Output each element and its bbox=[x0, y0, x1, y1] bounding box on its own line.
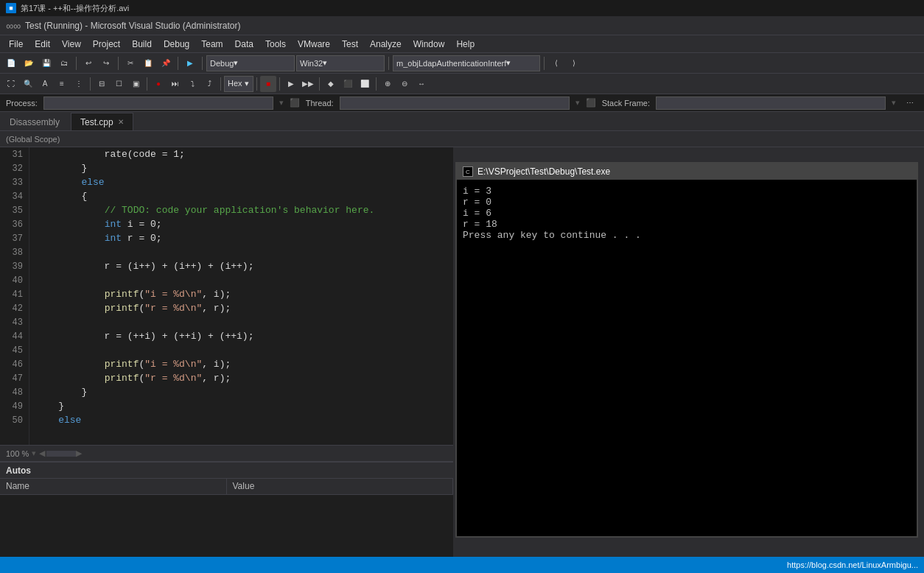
code-line-42: printf("r = %d\n", r); bbox=[35, 301, 447, 315]
sep2 bbox=[118, 57, 119, 70]
save-btn[interactable]: 💾 bbox=[38, 55, 55, 71]
menu-bar: File Edit View Project Build Debug Team … bbox=[0, 35, 924, 53]
tabs-bar: Disassembly Test.cpp ✕ bbox=[0, 112, 924, 131]
code-line-32: } bbox=[35, 161, 447, 175]
menu-window[interactable]: Window bbox=[407, 38, 451, 51]
tb2-breakpt[interactable]: ● bbox=[150, 76, 167, 92]
app-title-text: Test (Running) - Microsoft Visual Studio… bbox=[25, 21, 241, 31]
code-line-44: r = (++i) + (++i) + (++i); bbox=[35, 329, 447, 343]
tb2-misc6[interactable]: ↔ bbox=[413, 76, 430, 92]
menu-build[interactable]: Build bbox=[126, 38, 158, 51]
menu-test[interactable]: Test bbox=[336, 38, 364, 51]
copy-btn[interactable]: 📋 bbox=[140, 55, 156, 71]
console-window[interactable]: C E:\VSProject\Test\Debug\Test.exe i = 3… bbox=[455, 162, 918, 538]
save-all-btn[interactable]: 🗂 bbox=[56, 55, 72, 71]
tab-testcpp[interactable]: Test.cpp ✕ bbox=[71, 113, 133, 130]
process-input[interactable] bbox=[43, 96, 273, 110]
tb2-btn5[interactable]: ⋮ bbox=[71, 76, 87, 92]
menu-vmware[interactable]: VMware bbox=[292, 38, 336, 51]
tb2-btn7[interactable]: ☐ bbox=[111, 76, 127, 92]
process-label: Process: bbox=[6, 99, 38, 108]
redo-btn[interactable]: ↪ bbox=[98, 55, 114, 71]
scope-bar: (Global Scope) bbox=[0, 131, 924, 147]
code-line-34: { bbox=[35, 189, 447, 203]
code-line-50: else bbox=[35, 413, 447, 427]
toolbar-2: ⛶ 🔍 A ≡ ⋮ ⊟ ☐ ▣ ● ⏭ ⤵ ⤴ Hex ▾ ■ ▶ ▶▶ ◆ ⬛… bbox=[0, 74, 924, 94]
tb2-misc4[interactable]: ⊕ bbox=[379, 76, 396, 92]
vs-icon: ∞∞ bbox=[6, 20, 21, 32]
toolbar-btn-b[interactable]: ⟩ bbox=[566, 55, 582, 71]
tb2-btn2[interactable]: 🔍 bbox=[20, 76, 36, 92]
tb2-btn4[interactable]: ≡ bbox=[54, 76, 70, 92]
code-line-41: printf("i = %d\n", i); bbox=[35, 287, 447, 301]
scope-text: (Global Scope) bbox=[6, 135, 60, 144]
toolbar-btn-a[interactable]: ⟨ bbox=[548, 55, 564, 71]
start-btn[interactable]: ▶ bbox=[182, 55, 198, 71]
tb2-misc5[interactable]: ⊖ bbox=[396, 76, 413, 92]
menu-tools[interactable]: Tools bbox=[259, 38, 292, 51]
editor-status: 100 % ▾ ◀ ▶ bbox=[0, 445, 453, 461]
tb2-btn6[interactable]: ⊟ bbox=[94, 76, 110, 92]
status-url: https://blog.csdn.net/LinuxArmbigu... bbox=[787, 560, 918, 569]
platform-dropdown[interactable]: Win32 ▾ bbox=[296, 55, 385, 71]
code-line-31: rate(code = 1; bbox=[35, 147, 447, 161]
tb2-color[interactable]: ■ bbox=[260, 76, 276, 92]
code-content: 31 32 33 34 35 36 37 38 39 40 41 42 43 4… bbox=[0, 147, 453, 445]
console-title-bar: C E:\VSProject\Test\Debug\Test.exe bbox=[457, 164, 917, 180]
code-line-47: printf("r = %d\n", r); bbox=[35, 371, 447, 385]
tb2-btn3[interactable]: A bbox=[37, 76, 53, 92]
line-numbers: 31 32 33 34 35 36 37 38 39 40 41 42 43 4… bbox=[0, 147, 29, 445]
open-btn[interactable]: 📂 bbox=[21, 55, 37, 71]
menu-data[interactable]: Data bbox=[229, 38, 259, 51]
tb2-step-in[interactable]: ⤵ bbox=[184, 76, 200, 92]
code-line-37: int r = 0; bbox=[35, 231, 447, 245]
zoom-level: 100 % bbox=[6, 449, 29, 458]
code-line-33: else bbox=[35, 175, 447, 189]
menu-view[interactable]: View bbox=[56, 38, 87, 51]
tab-disassembly[interactable]: Disassembly bbox=[0, 113, 69, 130]
code-line-36: int i = 0; bbox=[35, 217, 447, 231]
app-icon: ■ bbox=[6, 3, 16, 13]
menu-analyze[interactable]: Analyze bbox=[364, 38, 407, 51]
undo-btn[interactable]: ↩ bbox=[80, 55, 97, 71]
debug-extra-btn[interactable]: ⋯ bbox=[902, 95, 918, 111]
console-title-text: E:\VSProject\Test\Debug\Test.exe bbox=[477, 166, 610, 177]
config-dropdown[interactable]: Debug ▾ bbox=[206, 55, 295, 71]
autos-columns: Name Value bbox=[0, 479, 453, 495]
menu-project[interactable]: Project bbox=[87, 38, 126, 51]
paste-btn[interactable]: 📌 bbox=[158, 55, 174, 71]
tb2-btn8[interactable]: ▣ bbox=[127, 76, 144, 92]
tb2-step-over[interactable]: ⏭ bbox=[167, 76, 183, 92]
tb2-misc1[interactable]: ◆ bbox=[323, 76, 339, 92]
sep3 bbox=[178, 57, 178, 70]
tb2-btn1[interactable]: ⛶ bbox=[3, 76, 19, 92]
new-btn[interactable]: 📄 bbox=[3, 55, 19, 71]
cut-btn[interactable]: ✂ bbox=[122, 55, 139, 71]
hex-dropdown[interactable]: Hex ▾ bbox=[224, 76, 253, 92]
code-line-49: } bbox=[35, 399, 447, 413]
console-line-5: Press any key to continue . . . bbox=[463, 230, 911, 241]
tb2-misc3[interactable]: ⬜ bbox=[357, 76, 373, 92]
tb2-step-out[interactable]: ⤴ bbox=[201, 76, 217, 92]
console-line-3: i = 6 bbox=[463, 208, 911, 219]
thread-input[interactable] bbox=[340, 96, 570, 110]
stack-input[interactable] bbox=[656, 96, 886, 110]
tb2-run1[interactable]: ▶ bbox=[283, 76, 299, 92]
menu-team[interactable]: Team bbox=[195, 38, 228, 51]
code-line-48: } bbox=[35, 385, 447, 399]
menu-edit[interactable]: Edit bbox=[29, 38, 56, 51]
title-text: 第17课 - ++和--操作符分析.avi bbox=[21, 3, 129, 14]
menu-file[interactable]: File bbox=[3, 38, 29, 51]
code-editor[interactable]: 31 32 33 34 35 36 37 38 39 40 41 42 43 4… bbox=[0, 147, 453, 445]
sep1 bbox=[76, 57, 77, 70]
tb2-misc2[interactable]: ⬛ bbox=[340, 76, 356, 92]
obj-dropdown[interactable]: m_objLdapAuthenticationInterf ▾ bbox=[393, 55, 540, 71]
code-line-43 bbox=[35, 315, 447, 329]
tb2-run2[interactable]: ▶▶ bbox=[300, 76, 316, 92]
code-line-46: printf("i = %d\n", i); bbox=[35, 357, 447, 371]
menu-help[interactable]: Help bbox=[450, 38, 480, 51]
sep4 bbox=[202, 57, 203, 70]
toolbar-1: 📄 📂 💾 🗂 ↩ ↪ ✂ 📋 📌 ▶ Debug ▾ Win32 ▾ m_ob… bbox=[0, 53, 924, 74]
menu-debug[interactable]: Debug bbox=[158, 38, 195, 51]
tab-close-btn[interactable]: ✕ bbox=[118, 118, 124, 126]
